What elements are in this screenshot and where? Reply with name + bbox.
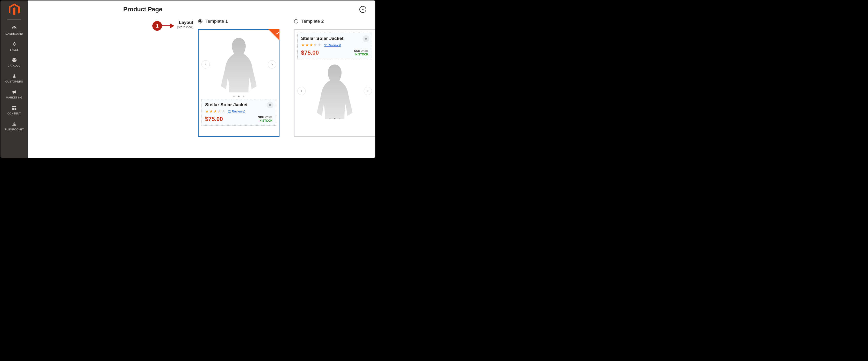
sidebar-label: CONTENT	[7, 112, 21, 115]
radio-template1[interactable]	[198, 19, 203, 24]
placeholder-person-icon	[219, 36, 258, 92]
sidebar-label: CATALOG	[8, 64, 21, 67]
sku-stock: SKU WJ01 IN STOCK	[258, 116, 273, 123]
collapse-toggle[interactable]	[360, 6, 366, 13]
carousel-dots[interactable]	[294, 118, 375, 119]
template1-preview[interactable]: Stellar Solar Jacket (2 Reviews)	[198, 29, 279, 137]
stock-status: IN STOCK	[258, 119, 273, 123]
page-title: Product Page	[123, 6, 162, 13]
carousel-next-button[interactable]	[364, 87, 372, 95]
sidebar-item-marketing[interactable]: MARKETING	[0, 87, 28, 102]
layout-scope: [store view]	[177, 25, 193, 29]
field-label: Layout [store view]	[177, 19, 193, 29]
carousel-prev-button[interactable]	[202, 60, 210, 68]
section-header: Product Page	[28, 0, 375, 16]
sidebar-label: PLUMROCKET	[5, 128, 24, 131]
product-price: $75.00	[205, 116, 223, 123]
annotation-callout: 1	[152, 19, 175, 31]
product-name: Stellar Solar Jacket	[301, 36, 368, 41]
rating-row: (2 Reviews)	[301, 43, 368, 47]
template2-preview[interactable]: Stellar Solar Jacket (2 Reviews)	[294, 29, 375, 137]
reviews-link[interactable]: (2 Reviews)	[324, 43, 341, 47]
wishlist-button[interactable]	[363, 35, 369, 42]
gauge-icon	[11, 25, 18, 31]
sidebar-item-dashboard[interactable]: DASHBOARD	[0, 23, 28, 38]
option-label: Template 1	[206, 19, 228, 24]
product-info-box: Stellar Solar Jacket (2 Reviews)	[298, 33, 372, 59]
magento-logo-icon[interactable]	[9, 3, 20, 16]
sidebar-label: MARKETING	[6, 96, 22, 99]
arrow-right-icon	[170, 24, 175, 28]
star-rating	[205, 109, 225, 113]
product-price: $75.00	[301, 50, 319, 56]
reviews-link[interactable]: (2 Reviews)	[228, 109, 245, 113]
annotation-number: 1	[152, 21, 162, 31]
radio-template2[interactable]	[294, 19, 299, 24]
layout-label: Layout	[177, 20, 193, 25]
sidebar-label: SALES	[10, 48, 19, 51]
wishlist-button[interactable]	[267, 102, 273, 108]
sidebar-item-catalog[interactable]: CATALOG	[0, 55, 28, 70]
main-panel: Product Page 1 Layout [store view]	[28, 0, 375, 158]
product-name: Stellar Solar Jacket	[205, 102, 273, 107]
sidebar-item-customers[interactable]: CUSTOMERS	[0, 70, 28, 87]
megaphone-icon	[11, 89, 18, 95]
layout-options: Template 1	[196, 19, 375, 137]
carousel-prev-button[interactable]	[298, 87, 306, 95]
sidebar-item-sales[interactable]: SALES	[0, 38, 28, 55]
sidebar-item-plumrocket[interactable]: PLUMROCKET	[0, 118, 28, 134]
sku-stock: SKU WJ01 IN STOCK	[354, 50, 368, 56]
placeholder-person-icon	[315, 63, 354, 119]
triangle-icon	[11, 121, 18, 127]
admin-sidebar: DASHBOARD SALES CATALOG CUSTOMERS MARKET…	[0, 0, 28, 158]
carousel-dots[interactable]	[198, 96, 279, 97]
person-icon	[11, 73, 18, 79]
layout-icon	[11, 105, 18, 111]
product-image-area	[198, 30, 279, 99]
sidebar-label: DASHBOARD	[5, 32, 23, 35]
sidebar-item-content[interactable]: CONTENT	[0, 102, 28, 118]
layout-option-template2: Template 2 Stellar Solar Jacket	[294, 19, 375, 137]
product-image-area	[294, 61, 375, 121]
product-info-box: Stellar Solar Jacket (2 Reviews)	[202, 99, 276, 126]
star-rating	[301, 43, 321, 47]
box-icon	[11, 57, 18, 63]
stock-status: IN STOCK	[354, 53, 368, 56]
carousel-next-button[interactable]	[268, 60, 276, 68]
dollar-icon	[11, 41, 18, 47]
option-label: Template 2	[301, 19, 324, 24]
sidebar-label: CUSTOMERS	[5, 80, 23, 83]
rating-row: (2 Reviews)	[205, 109, 273, 113]
layout-option-template1: Template 1	[198, 19, 279, 137]
